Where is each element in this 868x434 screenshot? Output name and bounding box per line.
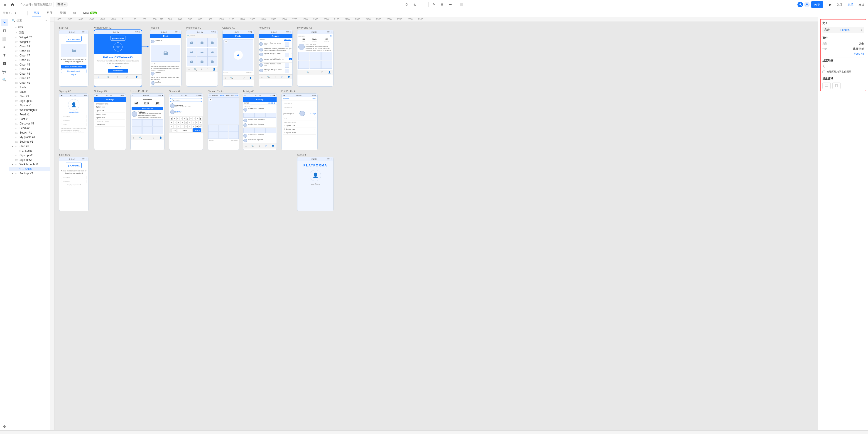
signin-link[interactable]: Sign in	[61, 74, 87, 75]
layer-item-chart5[interactable]: □□ Chart #5	[9, 62, 50, 67]
username-field[interactable]: Username	[61, 115, 87, 118]
user-avatar[interactable]	[798, 2, 803, 7]
layer-item-search1[interactable]: □□ Search #1	[9, 130, 50, 135]
edit-link[interactable]: Edit	[330, 35, 332, 37]
collapse-icon[interactable]: «	[45, 19, 47, 22]
key-v[interactable]: v	[184, 125, 188, 128]
zoom-tool[interactable]: 🔍	[1, 76, 8, 84]
key-q[interactable]: q	[170, 117, 173, 121]
key-w[interactable]: w	[173, 117, 176, 121]
layer-item-feed2[interactable]: □□ Feed #2	[9, 126, 50, 130]
layer-item-myprofile1[interactable]: □□ My profile #1	[9, 135, 50, 139]
layer-item-widget2[interactable]: □□ Widget #2	[9, 35, 50, 40]
layer-item-discover5[interactable]: □□ Discover #5	[9, 121, 50, 126]
key-t[interactable]: t	[183, 117, 186, 121]
key-r[interactable]: r	[180, 117, 182, 121]
frame-start8[interactable]: Start #8 ···9:41 AM91% ▶ PLATFORMA 👤 Use…	[297, 153, 334, 211]
layer-item-chart6[interactable]: □□ Chart #6	[9, 58, 50, 62]
key-m[interactable]: m	[195, 125, 198, 128]
design-tab[interactable]: 设计	[835, 2, 844, 7]
ep-username[interactable]: Username	[283, 106, 316, 109]
layer-item-chart9[interactable]: □□ Chart #9	[9, 44, 50, 49]
frame-walkthrough2[interactable]: Walkthrough #2 ···9:41 AM91% ▶ ▤ PLATFOR…	[94, 26, 142, 87]
key-f[interactable]: f	[181, 121, 184, 124]
exit-option-1[interactable]	[823, 82, 831, 89]
edit-tool[interactable]: ✎	[431, 1, 437, 8]
settings-opt1[interactable]: Option one›	[95, 105, 125, 109]
email-field-su2[interactable]: Email	[61, 123, 87, 126]
review-tab[interactable]: 标注	[857, 2, 866, 7]
tab-components[interactable]: 组件	[45, 9, 55, 17]
layer-item-tools[interactable]: □□ Tools	[9, 85, 50, 90]
settings-opt4[interactable]: Option four›	[95, 116, 125, 120]
dots2-tool[interactable]: ⋯	[447, 1, 454, 8]
search2-input[interactable]: 🔍Search	[170, 98, 202, 102]
ep-opt1[interactable]: ☆Option one›	[283, 124, 316, 127]
layer-item-chart8[interactable]: □□ Chart #8	[9, 49, 50, 53]
layer-item-chart4[interactable]: □□ Chart #4	[9, 67, 50, 71]
layer-item-cover[interactable]: □ 封面	[9, 25, 50, 30]
key-d[interactable]: d	[177, 121, 180, 124]
layer-item-page[interactable]: ✓ 页面	[9, 30, 50, 35]
settings-tool[interactable]: ⚙	[1, 423, 8, 430]
frame-activity3[interactable]: Activity #3 ···9:41 AM91% ▶ Activity FIR…	[243, 90, 277, 150]
ep-fullname[interactable]: Full Name	[283, 102, 316, 105]
ep-bio-field[interactable]: Bio	[283, 117, 316, 121]
tab-ai[interactable]: AI	[71, 9, 78, 17]
si2-username[interactable]: Username	[61, 176, 87, 179]
upload-photo-link[interactable]: Upload photo	[61, 111, 87, 113]
layer-item-2social-selected[interactable]: □ 2. Social	[9, 167, 50, 171]
frame-feed3[interactable]: Feed #3 ···9:41 AM91% ▶ Feed username	[150, 26, 182, 87]
key-x[interactable]: x	[177, 125, 180, 128]
frame-tool[interactable]	[1, 27, 8, 34]
tab-new[interactable]: New New	[81, 9, 99, 17]
follow-btn-act[interactable]: ✓	[289, 58, 292, 60]
pen-tool[interactable]: ✒	[1, 43, 8, 51]
circle-tool[interactable]: ◎	[411, 1, 418, 8]
dots-tool[interactable]: ⋯	[420, 1, 426, 8]
email-button[interactable]: Sign up with email	[61, 69, 87, 73]
key-n[interactable]: n	[192, 125, 195, 128]
layer-item-start1[interactable]: □□ Start #1	[9, 94, 50, 99]
layer-item-chart2[interactable]: □□ Chart #2	[9, 76, 50, 80]
key-space[interactable]: space	[177, 128, 193, 132]
frame-signin2[interactable]: Sign in #2 ···9:41 AM91% ▶ ▤ PLATFORMA	[59, 153, 89, 211]
key-del[interactable]: ⌫	[199, 125, 202, 128]
ep-opt3[interactable]: ☆Option three	[283, 131, 316, 135]
ep-back[interactable]: Options	[283, 98, 289, 100]
frame-start2[interactable]: Start #2 ···9:41 AM91% ▶ ▤ PLATFORMA	[59, 26, 89, 87]
key-z[interactable]: z	[174, 125, 177, 128]
frame-capture1[interactable]: Capture #1 ···9:41 AM91% ▶ Photo ●	[222, 26, 254, 87]
diamond-tool[interactable]: ⬡	[403, 1, 410, 8]
add-page-button[interactable]: +	[13, 11, 18, 15]
menu-icon[interactable]	[2, 1, 8, 8]
key-p[interactable]: p	[199, 117, 202, 121]
layer-item-post1[interactable]: □□ Post #1	[9, 117, 50, 121]
ep-done[interactable]: Done	[312, 98, 316, 100]
layer-item-settings3[interactable]: ▾ □□ Settings #3	[9, 171, 50, 176]
key-k[interactable]: k	[195, 121, 198, 124]
key-b[interactable]: b	[188, 125, 191, 128]
crop-tool[interactable]: ⬜	[458, 1, 465, 8]
layer-item-widget1[interactable]: □□ Widget #1	[9, 40, 50, 44]
ep-change[interactable]: Change	[310, 113, 316, 114]
canvas-content[interactable]: Start #2 ···9:41 AM91% ▶ ▤ PLATFORMA	[55, 22, 818, 430]
close-btn-cap[interactable]: ✕	[224, 40, 227, 43]
smart-match-checkbox[interactable]	[823, 70, 825, 73]
layer-item-walkthrough1[interactable]: □□ Walkthrough #1	[9, 108, 50, 112]
key-l[interactable]: l	[199, 121, 202, 124]
text-tool[interactable]: T	[1, 52, 8, 59]
layer-item-signup2[interactable]: □□ Sign up #2	[9, 153, 50, 158]
key-o[interactable]: o	[196, 117, 199, 121]
frame-editprofile1[interactable]: Edit Profile #1 ·◀·9:41 AMDone Options D…	[281, 90, 318, 150]
zoom-control[interactable]: 58% ▾	[56, 2, 68, 7]
shape-tool[interactable]: ⬜	[1, 35, 8, 43]
ep-opt2[interactable]: ☆Option two›	[283, 127, 316, 131]
comment-tool[interactable]: 💬	[1, 68, 8, 75]
layer-item-start2[interactable]: ▾ □□ Start #2	[9, 144, 50, 148]
follow-btn-up[interactable]: + FOLLOWING	[132, 107, 163, 110]
play-button[interactable]: ▶	[827, 1, 834, 8]
upload-circle[interactable]: 👤	[68, 99, 80, 110]
frame-settings3[interactable]: Settings #3 ·◀·9:41 AMDone Settings CATE…	[94, 90, 126, 150]
ep-avatar[interactable]	[300, 111, 305, 116]
